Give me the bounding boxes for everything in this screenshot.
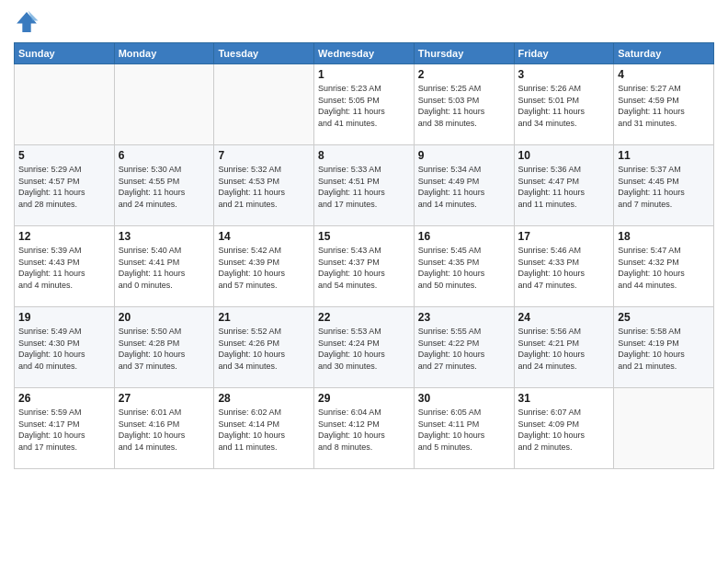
day-info: Sunrise: 5:56 AM Sunset: 4:21 PM Dayligh… [518, 327, 586, 371]
day-header-monday: Monday [114, 43, 214, 64]
day-header-sunday: Sunday [15, 43, 115, 64]
calendar-cell: 9Sunrise: 5:34 AM Sunset: 4:49 PM Daylig… [414, 145, 514, 226]
day-number: 10 [518, 149, 610, 162]
day-number: 20 [119, 311, 210, 324]
day-info: Sunrise: 5:47 AM Sunset: 4:32 PM Dayligh… [618, 246, 685, 290]
day-info: Sunrise: 5:42 AM Sunset: 4:39 PM Dayligh… [218, 246, 285, 290]
calendar-cell: 5Sunrise: 5:29 AM Sunset: 4:57 PM Daylig… [15, 145, 115, 226]
calendar-cell: 14Sunrise: 5:42 AM Sunset: 4:39 PM Dayli… [214, 226, 314, 307]
day-number: 3 [518, 68, 610, 81]
day-number: 23 [418, 311, 510, 324]
day-number: 31 [518, 392, 610, 405]
calendar-cell: 11Sunrise: 5:37 AM Sunset: 4:45 PM Dayli… [614, 145, 714, 226]
day-info: Sunrise: 5:50 AM Sunset: 4:28 PM Dayligh… [119, 327, 186, 371]
day-info: Sunrise: 5:26 AM Sunset: 5:01 PM Dayligh… [518, 84, 586, 128]
day-number: 27 [119, 392, 210, 405]
calendar-week-3: 12Sunrise: 5:39 AM Sunset: 4:43 PM Dayli… [15, 226, 714, 307]
day-info: Sunrise: 5:40 AM Sunset: 4:41 PM Dayligh… [119, 246, 186, 290]
day-number: 8 [318, 149, 410, 162]
calendar-cell: 29Sunrise: 6:04 AM Sunset: 4:12 PM Dayli… [314, 388, 415, 469]
day-number: 21 [218, 311, 310, 324]
day-info: Sunrise: 5:36 AM Sunset: 4:47 PM Dayligh… [518, 165, 586, 209]
calendar-cell: 15Sunrise: 5:43 AM Sunset: 4:37 PM Dayli… [314, 226, 415, 307]
calendar-cell: 28Sunrise: 6:02 AM Sunset: 4:14 PM Dayli… [214, 388, 314, 469]
day-info: Sunrise: 5:30 AM Sunset: 4:55 PM Dayligh… [119, 165, 186, 209]
day-number: 14 [218, 230, 310, 243]
day-number: 1 [318, 68, 410, 81]
calendar-cell: 13Sunrise: 5:40 AM Sunset: 4:41 PM Dayli… [114, 226, 214, 307]
day-info: Sunrise: 5:39 AM Sunset: 4:43 PM Dayligh… [18, 246, 85, 290]
day-number: 2 [418, 68, 510, 81]
calendar-cell: 25Sunrise: 5:58 AM Sunset: 4:19 PM Dayli… [614, 307, 714, 388]
day-number: 29 [318, 392, 410, 405]
calendar-cell: 3Sunrise: 5:26 AM Sunset: 5:01 PM Daylig… [514, 64, 614, 145]
day-info: Sunrise: 6:05 AM Sunset: 4:11 PM Dayligh… [418, 408, 485, 452]
day-number: 4 [618, 68, 710, 81]
day-header-wednesday: Wednesday [314, 43, 415, 64]
calendar-cell: 2Sunrise: 5:25 AM Sunset: 5:03 PM Daylig… [414, 64, 514, 145]
calendar-cell: 26Sunrise: 5:59 AM Sunset: 4:17 PM Dayli… [15, 388, 115, 469]
day-info: Sunrise: 5:33 AM Sunset: 4:51 PM Dayligh… [318, 165, 385, 209]
day-info: Sunrise: 5:49 AM Sunset: 4:30 PM Dayligh… [18, 327, 85, 371]
day-info: Sunrise: 6:04 AM Sunset: 4:12 PM Dayligh… [318, 408, 385, 452]
day-number: 15 [318, 230, 410, 243]
calendar-cell: 6Sunrise: 5:30 AM Sunset: 4:55 PM Daylig… [114, 145, 214, 226]
calendar-cell: 7Sunrise: 5:32 AM Sunset: 4:53 PM Daylig… [214, 145, 314, 226]
day-header-saturday: Saturday [614, 43, 714, 64]
calendar-cell: 4Sunrise: 5:27 AM Sunset: 4:59 PM Daylig… [614, 64, 714, 145]
day-number: 12 [18, 230, 110, 243]
day-info: Sunrise: 5:43 AM Sunset: 4:37 PM Dayligh… [318, 246, 385, 290]
day-number: 19 [18, 311, 110, 324]
day-number: 11 [618, 149, 710, 162]
day-header-thursday: Thursday [414, 43, 514, 64]
day-info: Sunrise: 5:37 AM Sunset: 4:45 PM Dayligh… [618, 165, 685, 209]
day-number: 13 [119, 230, 210, 243]
calendar-cell: 8Sunrise: 5:33 AM Sunset: 4:51 PM Daylig… [314, 145, 415, 226]
day-number: 16 [418, 230, 510, 243]
day-info: Sunrise: 5:23 AM Sunset: 5:05 PM Dayligh… [318, 84, 385, 128]
calendar-week-4: 19Sunrise: 5:49 AM Sunset: 4:30 PM Dayli… [15, 307, 714, 388]
calendar-week-1: 1Sunrise: 5:23 AM Sunset: 5:05 PM Daylig… [15, 64, 714, 145]
day-info: Sunrise: 5:27 AM Sunset: 4:59 PM Dayligh… [618, 84, 685, 128]
calendar-header-row: SundayMondayTuesdayWednesdayThursdayFrid… [15, 43, 714, 64]
calendar-table: SundayMondayTuesdayWednesdayThursdayFrid… [14, 42, 714, 469]
day-info: Sunrise: 6:02 AM Sunset: 4:14 PM Dayligh… [218, 408, 285, 452]
page-container: SundayMondayTuesdayWednesdayThursdayFrid… [0, 0, 728, 478]
day-number: 28 [218, 392, 310, 405]
day-number: 22 [318, 311, 410, 324]
day-header-friday: Friday [514, 43, 614, 64]
calendar-cell: 19Sunrise: 5:49 AM Sunset: 4:30 PM Dayli… [15, 307, 115, 388]
day-number: 24 [518, 311, 610, 324]
day-info: Sunrise: 5:34 AM Sunset: 4:49 PM Dayligh… [418, 165, 485, 209]
calendar-cell: 16Sunrise: 5:45 AM Sunset: 4:35 PM Dayli… [414, 226, 514, 307]
calendar-cell: 21Sunrise: 5:52 AM Sunset: 4:26 PM Dayli… [214, 307, 314, 388]
logo-icon [14, 9, 40, 35]
day-number: 5 [18, 149, 110, 162]
day-info: Sunrise: 5:32 AM Sunset: 4:53 PM Dayligh… [218, 165, 285, 209]
calendar-cell: 24Sunrise: 5:56 AM Sunset: 4:21 PM Dayli… [514, 307, 614, 388]
calendar-cell: 22Sunrise: 5:53 AM Sunset: 4:24 PM Dayli… [314, 307, 415, 388]
day-info: Sunrise: 5:29 AM Sunset: 4:57 PM Dayligh… [18, 165, 85, 209]
calendar-cell: 18Sunrise: 5:47 AM Sunset: 4:32 PM Dayli… [614, 226, 714, 307]
day-info: Sunrise: 6:07 AM Sunset: 4:09 PM Dayligh… [518, 408, 586, 452]
day-number: 30 [418, 392, 510, 405]
calendar-cell: 1Sunrise: 5:23 AM Sunset: 5:05 PM Daylig… [314, 64, 415, 145]
day-info: Sunrise: 5:52 AM Sunset: 4:26 PM Dayligh… [218, 327, 285, 371]
day-number: 18 [618, 230, 710, 243]
calendar-week-5: 26Sunrise: 5:59 AM Sunset: 4:17 PM Dayli… [15, 388, 714, 469]
day-number: 9 [418, 149, 510, 162]
day-info: Sunrise: 5:25 AM Sunset: 5:03 PM Dayligh… [418, 84, 485, 128]
svg-marker-0 [17, 12, 37, 32]
calendar-cell: 27Sunrise: 6:01 AM Sunset: 4:16 PM Dayli… [114, 388, 214, 469]
calendar-cell: 20Sunrise: 5:50 AM Sunset: 4:28 PM Dayli… [114, 307, 214, 388]
calendar-cell: 31Sunrise: 6:07 AM Sunset: 4:09 PM Dayli… [514, 388, 614, 469]
day-number: 25 [618, 311, 710, 324]
day-number: 6 [119, 149, 210, 162]
day-number: 17 [518, 230, 610, 243]
calendar-cell [214, 64, 314, 145]
logo [14, 9, 43, 35]
calendar-cell: 10Sunrise: 5:36 AM Sunset: 4:47 PM Dayli… [514, 145, 614, 226]
page-header [14, 9, 714, 35]
calendar-cell: 12Sunrise: 5:39 AM Sunset: 4:43 PM Dayli… [15, 226, 115, 307]
day-info: Sunrise: 5:46 AM Sunset: 4:33 PM Dayligh… [518, 246, 586, 290]
